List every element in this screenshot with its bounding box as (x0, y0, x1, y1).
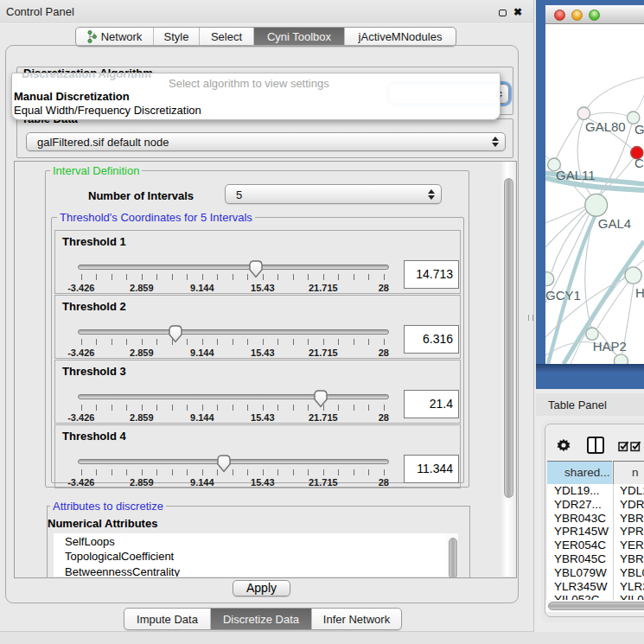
svg-text:GCY1: GCY1 (545, 288, 581, 303)
svg-text:GA: GA (634, 122, 644, 137)
svg-text:HAP2: HAP2 (593, 339, 627, 354)
svg-text:C: C (634, 156, 644, 170)
svg-text:GAL80: GAL80 (585, 119, 626, 134)
svg-text:GAL11: GAL11 (556, 168, 596, 182)
svg-text:GAL4: GAL4 (598, 216, 631, 231)
svg-text:H: H (635, 285, 644, 300)
